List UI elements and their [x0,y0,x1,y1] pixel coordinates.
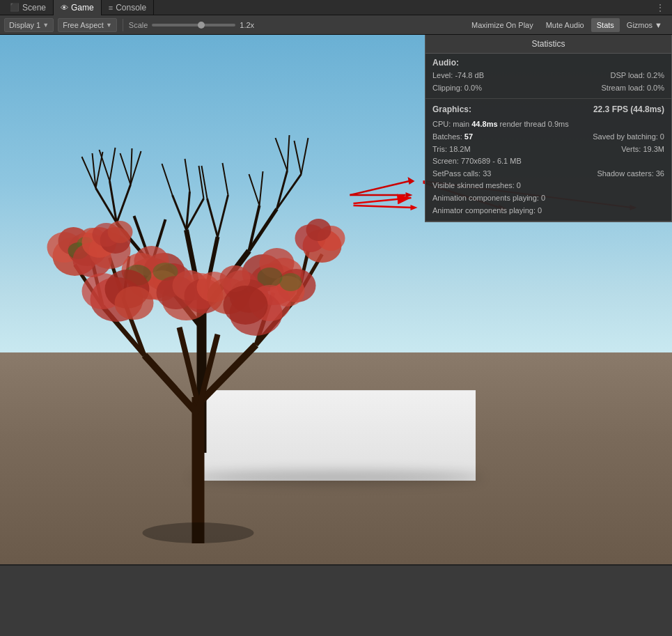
stats-shadow: Shadow casters: 36 [597,168,664,180]
maximize-on-play-button[interactable]: Maximize On Play [466,18,539,32]
stats-title: Statistics [425,35,671,54]
stats-cpu-value: 44.8ms [471,120,497,128]
toolbar-divider-1 [123,19,123,31]
platform-shadow [190,470,483,484]
tab-console[interactable]: ≡ Console [102,0,154,15]
stats-audio-section: Audio: Level: -74.8 dB DSP load: 0.2% Cl… [425,54,671,99]
aspect-chevron-icon: ▼ [106,22,112,29]
stats-batches-row: Batches: 57 Saved by batching: 0 [432,131,664,144]
game-icon: 👁 [61,3,68,12]
stats-animation: Animation components playing: 0 [432,192,545,205]
scale-value: 1.2x [240,21,259,29]
aspect-label: Free Aspect [63,21,104,29]
stats-cpu: CPU: main 44.8ms render thread 0.9ms [432,118,569,131]
tab-more-button[interactable]: ⋮ [651,1,669,15]
toolbar-right: Maximize On Play Mute Audio Stats Gizmos… [466,18,668,32]
game-viewport: Statistics Audio: Level: -74.8 dB DSP lo… [0,35,672,636]
toolbar: Display 1 ▼ Free Aspect ▼ Scale 1.2x Max… [0,15,672,35]
scale-label: Scale [129,21,148,29]
tab-scene[interactable]: ⬛ Scene [3,0,54,15]
stats-batches: Batches: 57 [432,131,473,144]
stats-screen-row: Screen: 770x689 - 6.1 MB [432,155,664,168]
stats-verts: Verts: 19.3M [621,144,664,156]
gizmos-label: Gizmos [627,21,653,29]
content-area: Statistics Audio: Level: -74.8 dB DSP lo… [0,35,672,636]
stats-animator-row: Animator components playing: 0 [432,205,664,217]
stats-stream: Stream load: 0.0% [602,82,665,95]
stats-cpu-row: CPU: main 44.8ms render thread 0.9ms [432,118,664,131]
stats-setpass-row: SetPass calls: 33 Shadow casters: 36 [432,168,664,180]
tab-game[interactable]: 👁 Game [54,0,102,15]
bottom-panel [0,564,672,636]
stats-graphics-section: Graphics: 22.3 FPS (44.8ms) CPU: main 44… [425,99,671,222]
stats-animator: Animator components playing: 0 [432,205,542,217]
mute-audio-button[interactable]: Mute Audio [540,18,590,32]
stats-batches-value: 57 [464,132,473,141]
platform [197,390,476,481]
stats-visible-row: Visible skinned meshes: 0 [432,180,664,192]
display-chevron-icon: ▼ [42,22,49,29]
stats-clipping: Clipping: 0.0% [432,82,482,95]
scale-slider[interactable] [152,24,235,26]
stats-dsp: DSP load: 0.2% [611,70,664,82]
scene-icon: ⬛ [10,3,19,12]
stats-graphics-header-row: Graphics: 22.3 FPS (44.8ms) [432,103,664,118]
gizmos-chevron-icon: ▼ [655,21,662,29]
display-dropdown[interactable]: Display 1 ▼ [4,18,54,32]
tab-game-label: Game [71,3,94,13]
stats-saved: Saved by batching: 0 [593,131,664,144]
stats-button[interactable]: Stats [591,18,620,32]
stats-audio-level-row: Level: -74.8 dB DSP load: 0.2% [432,70,664,82]
stats-visible: Visible skinned meshes: 0 [432,180,521,192]
stats-audio-label: Audio: [432,58,664,68]
stats-tris-row: Tris: 18.2M Verts: 19.3M [432,144,664,156]
aspect-dropdown[interactable]: Free Aspect ▼ [58,18,117,32]
tab-bar: ⬛ Scene 👁 Game ≡ Console ⋮ [0,0,672,15]
stats-audio-clipping-row: Clipping: 0.0% Stream load: 0.0% [432,82,664,95]
tab-console-label: Console [116,3,146,13]
stats-screen: Screen: 770x689 - 6.1 MB [432,155,522,168]
stats-animation-row: Animation components playing: 0 [432,192,664,205]
display-label: Display 1 [9,21,40,29]
stats-level: Level: -74.8 dB [432,70,484,82]
gizmos-button[interactable]: Gizmos ▼ [621,18,668,32]
stats-graphics-label: Graphics: [432,103,471,116]
stats-fps: 22.3 FPS (44.8ms) [593,103,664,118]
stats-tris: Tris: 18.2M [432,144,471,156]
stats-setpass: SetPass calls: 33 [432,168,491,180]
console-icon: ≡ [109,3,113,12]
statistics-panel: Statistics Audio: Level: -74.8 dB DSP lo… [425,35,672,222]
tab-scene-label: Scene [22,3,46,13]
